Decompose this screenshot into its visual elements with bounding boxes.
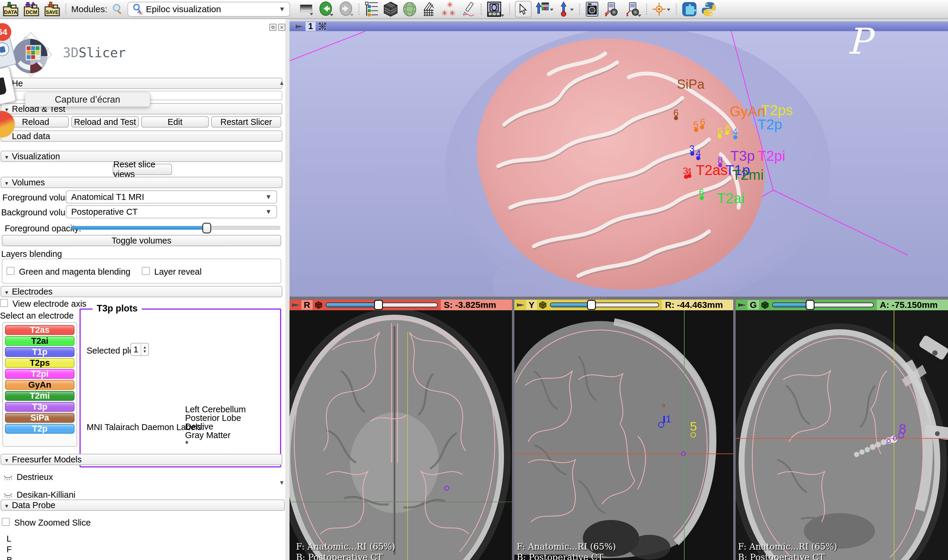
electrode-button-T1p[interactable]: T1p — [5, 347, 74, 357]
viewport-vertical-separator[interactable] — [733, 300, 736, 560]
selected-plot-spinbox[interactable]: 1 ▲▼ — [131, 343, 149, 356]
electrode-button-T2p[interactable]: T2p — [5, 424, 74, 434]
restart-slicer-button[interactable]: Restart Slicer — [211, 116, 281, 128]
slider-fill — [773, 303, 810, 307]
slider-handle[interactable] — [202, 223, 211, 234]
pin-icon[interactable] — [295, 23, 303, 30]
green-magenta-checkbox[interactable] — [6, 267, 15, 275]
freesurfer-item-destrieux[interactable]: Destrieux — [17, 472, 53, 482]
layout-icon — [486, 2, 504, 17]
panel-undock-button[interactable]: ⧉ — [269, 24, 277, 31]
background-volume-combobox[interactable]: Postoperative CT▼ — [66, 205, 277, 218]
panel-view-separator[interactable] — [285, 19, 289, 560]
segment-module-button[interactable] — [402, 2, 417, 17]
slice-offset-slider[interactable] — [772, 303, 874, 307]
markups-module-button[interactable]: ✳ ✳ ✳ — [441, 2, 456, 17]
visibility-eye-icon[interactable] — [3, 489, 13, 498]
module-search-icon[interactable] — [112, 3, 123, 15]
slice-background-text: B: Postoperative CT — [738, 552, 825, 560]
history-forward-button[interactable] — [338, 2, 354, 17]
electrode-button-T2pi[interactable]: T2pi — [5, 369, 74, 379]
view3d-viewport[interactable] — [289, 31, 948, 297]
brain-3d-render — [289, 31, 948, 297]
freesurfer-item-desikan[interactable]: Desikan-Killiani — [17, 490, 75, 500]
foreground-volume-combobox[interactable]: Anatomical T1 MRI▼ — [66, 191, 277, 203]
layer-reveal-checkbox[interactable] — [142, 267, 150, 275]
slice-view-axial[interactable]: F: Anatomic...RI (65%) B: Postoperative … — [289, 310, 512, 560]
transforms-module-button[interactable] — [421, 2, 437, 17]
pin-icon[interactable] — [517, 301, 525, 309]
view-controls-icon[interactable] — [318, 22, 327, 31]
crosshair-button[interactable] — [652, 2, 671, 17]
electrode-button-GyAn[interactable]: GyAn — [5, 380, 74, 390]
scroll-down-arrow[interactable]: ▼ — [279, 479, 285, 486]
pin-icon[interactable] — [292, 301, 300, 309]
reset-slice-views-button[interactable]: Reset slice views — [113, 164, 172, 175]
screenshot-camera-icon — [585, 2, 600, 17]
python-console-button[interactable] — [701, 2, 717, 17]
help-section-header[interactable]: He — [1, 78, 282, 89]
view-electrode-axis-checkbox[interactable] — [0, 299, 8, 307]
foreground-opacity-slider[interactable] — [71, 226, 280, 229]
viewport-horizontal-separator[interactable] — [289, 297, 948, 300]
history-back-button[interactable] — [319, 2, 334, 17]
slider-handle[interactable] — [806, 300, 814, 310]
slice-view-sagittal[interactable]: 1 5 F: Anatomic...RI (65%) B: Postoperat… — [514, 310, 733, 560]
electrode-contact-dot — [694, 128, 698, 132]
electrode-button-T3p[interactable]: T3p — [5, 402, 74, 412]
slice-cube-icon[interactable] — [314, 301, 323, 309]
scroll-up-arrow[interactable]: ▲ — [279, 80, 285, 86]
show-zoomed-slice-checkbox[interactable] — [2, 518, 10, 526]
toolbar-separator — [508, 3, 511, 15]
annotation-button[interactable] — [460, 2, 476, 17]
load-data-button[interactable]: DATA — [2, 2, 19, 17]
dicom-button[interactable]: DCM — [23, 2, 40, 17]
spinbox-arrows[interactable]: ▲▼ — [141, 343, 148, 355]
slice-offset-slider[interactable] — [550, 303, 659, 307]
slider-handle[interactable] — [374, 300, 383, 310]
slice-cube-icon[interactable] — [761, 301, 769, 309]
electrode-button-T2ai[interactable]: T2ai — [5, 336, 74, 346]
electrode-button-T2as[interactable]: T2as — [5, 325, 74, 335]
electrode-button-T2ps[interactable]: T2ps — [5, 358, 74, 368]
scene-view-restore-icon — [624, 2, 641, 17]
screenshot-button[interactable] — [585, 2, 600, 17]
view3d-tab[interactable]: 1 — [306, 22, 315, 31]
scene-view-button[interactable] — [604, 2, 620, 17]
reload-and-test-button[interactable]: Reload and Test — [71, 116, 139, 128]
slice-view-letter[interactable]: G — [748, 300, 759, 310]
adjust-window-level-button[interactable] — [536, 2, 554, 17]
layout-selector-button[interactable] — [486, 2, 504, 17]
layers-blending-label: Layers blending — [1, 249, 62, 259]
electrode-contact-dot — [717, 134, 722, 138]
slider-handle[interactable] — [587, 300, 596, 310]
visibility-eye-icon[interactable] — [3, 472, 13, 480]
slice-cube-icon[interactable] — [539, 301, 547, 309]
section-load-data[interactable]: Load data — [1, 131, 282, 142]
favorite-module-button[interactable] — [299, 2, 314, 16]
viewport-vertical-separator[interactable] — [512, 300, 514, 560]
mouse-interaction-button[interactable] — [515, 1, 531, 17]
slice-view-coronal[interactable]: 8 F: Anatomic...RI (65%) B: Postoperativ… — [736, 310, 948, 560]
slice-view-letter[interactable]: R — [302, 300, 312, 310]
models-module-button[interactable] — [383, 2, 398, 17]
section-freesurfer[interactable]: ▼ Freesurfer Models — [1, 454, 282, 465]
place-fiducial-button[interactable] — [558, 2, 574, 17]
module-history-button[interactable] — [364, 2, 379, 17]
slice-view-letter[interactable]: Y — [526, 300, 537, 310]
toggle-volumes-button[interactable]: Toggle volumes — [2, 235, 281, 246]
section-electrodes[interactable]: ▼ Electrodes — [1, 286, 282, 297]
edit-button[interactable]: Edit — [141, 116, 209, 128]
save-button[interactable]: SAVE — [44, 2, 60, 17]
extensions-puzzle-icon — [682, 2, 697, 17]
section-volumes[interactable]: ▼ Volumes — [1, 177, 282, 188]
electrode-button-SiPa[interactable]: SiPa — [5, 413, 74, 423]
panel-close-button[interactable]: ✕ — [278, 24, 285, 31]
section-data-probe[interactable]: ▼ Data Probe — [1, 500, 285, 511]
electrode-button-T2mi[interactable]: T2mi — [5, 391, 74, 401]
slice-offset-slider[interactable] — [326, 303, 438, 307]
restore-scene-view-button[interactable] — [624, 2, 641, 17]
module-selector-combobox[interactable]: KM Epiloc visualization ▼ — [128, 2, 290, 17]
extensions-manager-button[interactable] — [682, 2, 697, 17]
pin-icon[interactable] — [738, 301, 746, 309]
